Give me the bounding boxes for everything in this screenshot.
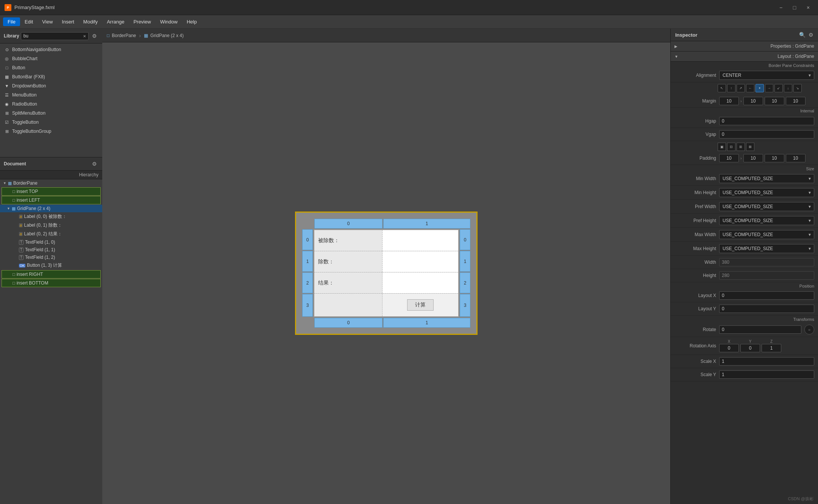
menu-arrange[interactable]: Arrange (102, 17, 129, 26)
rotation-axis-y-input[interactable] (740, 344, 760, 352)
maximize-button[interactable]: □ (789, 2, 800, 13)
menu-file[interactable]: File (3, 17, 20, 26)
height-input[interactable] (719, 271, 814, 280)
close-button[interactable]: × (803, 2, 813, 13)
lib-item-togglebuttongroup[interactable]: ⊞ ToggleButtonGroup (0, 127, 102, 136)
lib-item-bubblechart[interactable]: ◎ BubbleChart (0, 54, 102, 63)
tree-borderpane[interactable]: ▼ ▦ BorderPane (0, 179, 102, 187)
tree-textfield-11[interactable]: T TextField (1, 1) (0, 246, 102, 254)
pad-icon-4[interactable]: ⊠ (746, 143, 754, 151)
min-width-dropdown[interactable]: USE_COMPUTED_SIZE ▾ (719, 174, 814, 183)
menu-help[interactable]: Help (182, 17, 201, 26)
lib-item-button[interactable]: □ Button (0, 63, 102, 72)
padding-bottom-input[interactable] (765, 154, 784, 162)
layout-y-input[interactable] (719, 305, 814, 313)
search-clear-icon[interactable]: × (83, 33, 86, 39)
align-bottomcenter-icon[interactable]: ↓ (784, 84, 792, 92)
vgap-input[interactable] (719, 130, 814, 138)
align-topcenter-icon[interactable]: ↑ (727, 84, 735, 92)
menu-window[interactable]: Window (156, 17, 182, 26)
lib-item-togglebutton[interactable]: ☑ ToggleButton (0, 118, 102, 127)
max-height-dropdown[interactable]: USE_COMPUTED_SIZE ▾ (719, 244, 814, 253)
width-input[interactable] (719, 258, 814, 266)
min-height-dropdown[interactable]: USE_COMPUTED_SIZE ▾ (719, 188, 814, 197)
library-panel: Library × ⚙ ⊙ BottomNavigationButton ◎ B… (0, 29, 102, 157)
tree-insert-left[interactable]: □ insert LEFT (2, 196, 101, 204)
margin-bottom-input[interactable] (765, 97, 784, 105)
align-centerright-icon[interactable]: → (765, 84, 773, 92)
lib-icon-splitmenubutton: ⊞ (4, 110, 10, 116)
grid-row-num-1: 1 (302, 251, 313, 272)
inspector-search-icon[interactable]: 🔍 (799, 32, 806, 38)
pref-width-dropdown[interactable]: USE_COMPUTED_SIZE ▾ (719, 202, 814, 211)
pad-icon-3[interactable]: ⊞ (737, 143, 745, 151)
library-search-input[interactable] (23, 33, 83, 39)
menu-edit[interactable]: Edit (20, 17, 37, 26)
cell-button-1-3[interactable]: 计算 (382, 294, 458, 316)
hgap-input[interactable] (719, 117, 814, 125)
max-width-dropdown[interactable]: USE_COMPUTED_SIZE ▾ (719, 230, 814, 239)
tree-label-01[interactable]: a Label (0, 1) 除数： (0, 221, 102, 230)
scale-y-input[interactable] (719, 370, 814, 379)
lib-item-dropdownbutton[interactable]: ▼ DropdownButton (0, 81, 102, 90)
layout-x-input[interactable] (719, 291, 814, 300)
tree-textfield-10[interactable]: T TextField (1, 0) (0, 238, 102, 246)
align-center-icon[interactable]: + (756, 84, 764, 92)
cell-input-1-1[interactable] (382, 251, 458, 272)
scale-y-row: Scale Y (671, 368, 818, 381)
calc-button[interactable]: 计算 (407, 299, 434, 311)
menu-insert[interactable]: Insert (57, 17, 79, 26)
align-topright-icon[interactable]: ↗ (737, 84, 745, 92)
internal-label: Internal (671, 108, 818, 115)
rotate-dial-icon[interactable]: ○ (804, 325, 814, 334)
pad-icon-2[interactable]: ⊟ (727, 143, 735, 151)
tree-gridpane[interactable]: ▼ ▦ GridPane (2 x 4) (0, 205, 102, 212)
scale-x-row: Scale X (671, 355, 818, 368)
menu-preview[interactable]: Preview (129, 17, 155, 26)
inspector-settings-icon[interactable]: ⚙ (809, 32, 813, 38)
pad-icon-1[interactable]: ▣ (718, 143, 726, 151)
lib-item-splitmenubutton[interactable]: ⊞ SplitMenuButton (0, 109, 102, 118)
document-settings-icon[interactable]: ⚙ (90, 160, 98, 168)
rotation-axis-z-input[interactable] (762, 344, 781, 352)
breadcrumb-gridpane[interactable]: ▦ GridPane (2 x 4) (144, 33, 184, 38)
tree-insert-top[interactable]: □ insert TOP (2, 187, 101, 196)
align-bottomleft-icon[interactable]: ↙ (774, 84, 783, 92)
alignment-row: Alignment CENTER ▾ (671, 68, 818, 82)
tree-insert-bottom[interactable]: □ insert BOTTOM (2, 279, 101, 287)
align-centerleft-icon[interactable]: ← (746, 84, 754, 92)
tree-insert-right[interactable]: □ insert RIGHT (2, 270, 101, 278)
minimize-button[interactable]: − (776, 2, 786, 13)
rotate-input[interactable] (719, 325, 801, 334)
lib-item-radiobutton[interactable]: ◉ RadioButton (0, 100, 102, 109)
lib-item-bottomnavbutton[interactable]: ⊙ BottomNavigationButton (0, 45, 102, 54)
lib-item-buttonbar[interactable]: ▦ ButtonBar (FX8) (0, 72, 102, 81)
tree-button-13[interactable]: OK Button (1, 3) 计算 (0, 261, 102, 270)
pref-height-dropdown[interactable]: USE_COMPUTED_SIZE ▾ (719, 216, 814, 225)
scale-x-input[interactable] (719, 357, 814, 366)
padding-left-input[interactable] (786, 154, 806, 162)
menu-modify[interactable]: Modify (79, 17, 102, 26)
margin-left-input[interactable] (786, 97, 806, 105)
library-settings-icon[interactable]: ⚙ (90, 32, 98, 40)
breadcrumb-borderpane[interactable]: □ BorderPane (107, 33, 136, 38)
margin-right-input[interactable] (743, 97, 763, 105)
properties-expand-icon[interactable]: ▶ (674, 44, 678, 48)
lib-item-menubutton[interactable]: ☰ MenuButton (0, 90, 102, 100)
alignment-dropdown[interactable]: CENTER ▾ (719, 71, 814, 80)
tree-label-02[interactable]: a Label (0, 2) 结果： (0, 230, 102, 238)
tree-textfield-12[interactable]: T TextField (1, 2) (0, 254, 102, 261)
padding-top-input[interactable] (719, 154, 739, 162)
grid-row-num-right-3: 3 (460, 294, 470, 317)
margin-top-input[interactable] (719, 97, 739, 105)
cell-input-1-0[interactable] (382, 230, 458, 251)
menu-view[interactable]: View (37, 17, 57, 26)
padding-right-input[interactable] (743, 154, 763, 162)
rotation-axis-x-input[interactable] (719, 344, 739, 352)
layout-expand-icon[interactable]: ▼ (674, 54, 678, 59)
cell-input-1-2[interactable] (382, 272, 458, 293)
library-search-bar[interactable]: × (21, 32, 89, 40)
align-topleft-icon[interactable]: ↖ (718, 84, 726, 92)
tree-label-00[interactable]: a Label (0, 0) 被除数： (0, 212, 102, 221)
align-bottomright-icon[interactable]: ↘ (793, 84, 802, 92)
